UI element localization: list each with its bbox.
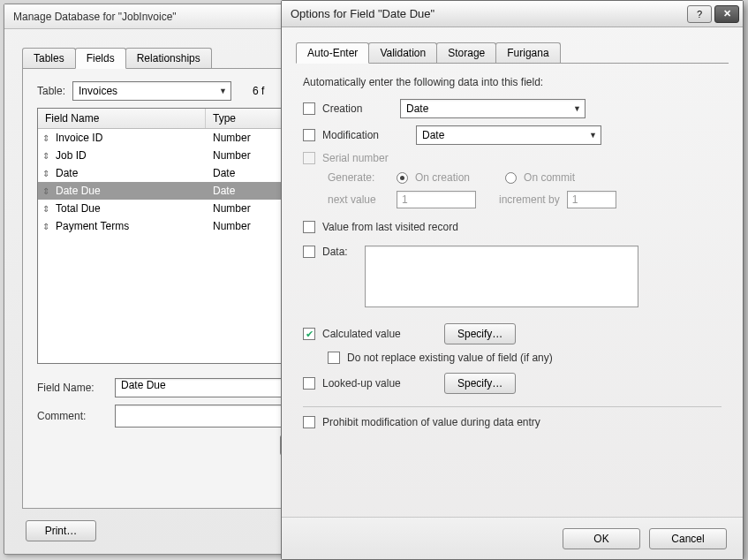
prohibit-label: Prohibit modification of value during da… — [322, 416, 540, 428]
front-titlebar: Options for Field "Date Due" ? ✕ — [282, 1, 743, 27]
tab-validation[interactable]: Validation — [368, 42, 437, 63]
chevron-down-icon: ▼ — [573, 104, 581, 113]
tab-auto-enter[interactable]: Auto-Enter — [296, 42, 369, 64]
lookup-label: Looked-up value — [322, 377, 437, 390]
tab-relationships[interactable]: Relationships — [125, 48, 212, 68]
generate-label: Generate: — [328, 171, 389, 184]
table-combo-value: Invoices — [79, 85, 117, 97]
front-title: Options for Field "Date Due" — [291, 7, 434, 20]
increment-input[interactable]: 1 — [567, 191, 616, 208]
prohibit-checkbox[interactable] — [303, 416, 315, 428]
on-commit-radio[interactable] — [505, 172, 517, 184]
next-value-label: next value — [328, 193, 389, 206]
tab-storage[interactable]: Storage — [436, 42, 496, 63]
print-button[interactable]: Print… — [26, 520, 96, 541]
table-label: Table: — [37, 85, 65, 97]
drag-handle-icon[interactable]: ⇕ — [38, 151, 54, 161]
drag-handle-icon[interactable]: ⇕ — [38, 186, 54, 196]
on-creation-label: On creation — [415, 171, 470, 184]
field-options-dialog: Options for Field "Date Due" ? ✕ Auto-En… — [281, 0, 744, 560]
lookup-specify-button[interactable]: Specify… — [444, 373, 516, 394]
calculated-checkbox[interactable] — [303, 328, 315, 340]
dialog-footer: OK Cancel — [282, 517, 743, 559]
modification-combo[interactable]: Date ▼ — [416, 125, 601, 145]
help-button[interactable]: ? — [687, 5, 712, 23]
comment-label: Comment: — [37, 410, 108, 422]
tab-furigana[interactable]: Furigana — [495, 42, 560, 63]
data-checkbox[interactable] — [303, 246, 315, 258]
intro-text: Automatically enter the following data i… — [303, 76, 722, 88]
last-visited-label: Value from last visited record — [322, 221, 458, 233]
data-textarea[interactable] — [365, 246, 638, 307]
creation-checkbox[interactable] — [303, 102, 315, 115]
on-commit-label: On commit — [524, 171, 575, 184]
field-count: 6 f — [253, 85, 264, 97]
fieldname-label: Field Name: — [37, 382, 108, 394]
serial-label: Serial number — [322, 152, 389, 164]
drag-handle-icon[interactable]: ⇕ — [38, 133, 54, 143]
last-visited-checkbox[interactable] — [303, 221, 315, 233]
close-button[interactable]: ✕ — [714, 5, 739, 23]
cancel-button[interactable]: Cancel — [649, 528, 727, 549]
creation-combo[interactable]: Date ▼ — [400, 99, 586, 118]
drag-handle-icon[interactable]: ⇕ — [38, 204, 54, 214]
creation-label: Creation — [322, 102, 393, 115]
calculated-specify-button[interactable]: Specify… — [444, 323, 516, 344]
modification-label: Modification — [322, 129, 393, 141]
chevron-down-icon: ▼ — [589, 131, 597, 140]
serial-checkbox[interactable] — [303, 152, 315, 164]
drag-handle-icon[interactable]: ⇕ — [38, 222, 54, 231]
front-tabstrip: Auto-Enter Validation Storage Furigana — [296, 42, 729, 64]
noreplace-checkbox[interactable] — [328, 352, 340, 364]
table-combo[interactable]: Invoices ▼ — [72, 81, 231, 101]
back-title: Manage Database for "JobInvoice" — [13, 11, 177, 23]
data-label: Data: — [322, 246, 358, 258]
tab-tables[interactable]: Tables — [22, 48, 76, 68]
tab-fields[interactable]: Fields — [75, 48, 126, 69]
on-creation-radio[interactable] — [397, 172, 408, 184]
modification-checkbox[interactable] — [303, 129, 315, 141]
increment-label: increment by — [499, 193, 560, 206]
header-field-name[interactable]: Field Name — [38, 109, 206, 128]
ok-button[interactable]: OK — [563, 528, 640, 549]
chevron-down-icon: ▼ — [219, 87, 227, 95]
lookup-checkbox[interactable] — [303, 377, 315, 390]
next-value-input[interactable]: 1 — [397, 191, 476, 208]
noreplace-label: Do not replace existing value of field (… — [347, 352, 553, 364]
calculated-label: Calculated value — [322, 328, 437, 340]
drag-handle-icon[interactable]: ⇕ — [38, 169, 54, 178]
